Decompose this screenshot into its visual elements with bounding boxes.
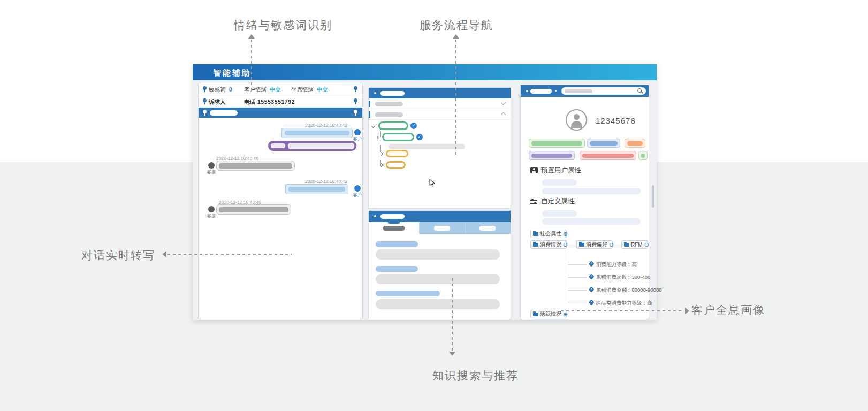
sentiment-row: 敏感词 0 客户情绪 中立 坐席情绪 中立: [199, 83, 362, 95]
flow-node-done[interactable]: [382, 133, 414, 141]
agent-message-bubble[interactable]: [216, 161, 295, 171]
page: 智能辅助 敏感词 0 客户情绪 中立 坐席情绪 中立 诉求人 电话 155535…: [0, 0, 868, 411]
social-attributes-node[interactable]: 社会属性 ⊕: [530, 230, 567, 238]
pin-icon: [203, 110, 207, 113]
flow-node-pending[interactable]: [386, 150, 408, 157]
active-label: 活跃情况: [540, 310, 561, 318]
preference-node[interactable]: 消费偏好 ⊖: [576, 240, 613, 249]
tag-icon: [588, 273, 594, 279]
profile-panel-title-placeholder: [530, 89, 552, 94]
consumption-tag: 消费能力等级：高: [596, 261, 637, 268]
result-title-placeholder[interactable]: [376, 241, 418, 247]
profile-tag-purple[interactable]: [529, 151, 575, 160]
flow-expanded-row[interactable]: [369, 109, 511, 120]
collapse-arrow-icon[interactable]: [379, 163, 383, 167]
annotation-knowledge: 知识搜索与推荐: [432, 368, 519, 383]
search-placeholder-bar: [565, 89, 592, 93]
sensitive-word-label: 敏感词: [209, 86, 226, 94]
knowledge-tab-active[interactable]: [369, 222, 419, 234]
arrow-up-icon: [453, 34, 459, 39]
header-dot-icon: [555, 90, 557, 92]
annotation-line-sentiment: [251, 40, 252, 93]
folder-icon: [624, 243, 629, 247]
customer-avatar-large: [566, 109, 587, 131]
result-title-placeholder[interactable]: [376, 266, 418, 272]
consumption-tag: 累积消费金额：80000-90000: [596, 287, 662, 294]
attribute-placeholder: [542, 218, 641, 225]
flow-row-label-placeholder: [375, 102, 403, 106]
profile-tag-orange[interactable]: [625, 139, 645, 148]
caller-row: 诉求人 电话 15553551792: [199, 95, 362, 108]
profile-search-input[interactable]: [561, 87, 646, 95]
customer-avatar: [354, 185, 361, 192]
knowledge-panel-title-placeholder: [380, 214, 405, 219]
row-accent: [369, 101, 370, 107]
arrow-left-icon: [162, 251, 166, 257]
profile-tag-green[interactable]: [529, 139, 585, 148]
expand-plus-icon[interactable]: ⊕: [563, 231, 568, 237]
message-time: 2020-12-12 16:40:42: [305, 123, 347, 128]
customer-message-bubble[interactable]: [285, 184, 348, 194]
chat-section-bar: [199, 108, 362, 118]
agent-avatar: [208, 162, 215, 169]
folder-icon: [533, 232, 538, 236]
social-label: 社会属性: [540, 230, 561, 238]
pin-icon: [354, 86, 357, 90]
folder-icon: [533, 313, 538, 316]
tree-connector: [613, 245, 621, 245]
caller-label: 诉求人: [209, 98, 226, 106]
profile-tag-green[interactable]: [638, 151, 648, 160]
tab-label-placeholder: [434, 226, 450, 231]
profile-tag-red[interactable]: [580, 151, 636, 160]
sensitive-word-count: 0: [229, 86, 232, 93]
agent-avatar: [208, 206, 215, 212]
rfm-node[interactable]: RFM ⊖: [621, 240, 648, 249]
message-time: 2020-12-12 16:40:42: [305, 179, 347, 184]
flow-panel-title-placeholder: [380, 91, 405, 96]
message-text-placeholder: [219, 163, 292, 169]
knowledge-tab[interactable]: [420, 222, 465, 234]
agent-message-bubble[interactable]: [216, 204, 291, 215]
attribute-placeholder: [542, 210, 577, 217]
check-badge-icon: [410, 123, 417, 129]
collapse-minus-icon[interactable]: ⊖: [644, 242, 649, 248]
profile-tag-blue[interactable]: [587, 139, 620, 148]
chevron-down-icon[interactable]: [501, 100, 506, 105]
annotation-sentiment: 情绪与敏感词识别: [234, 18, 332, 33]
knowledge-panel-header: [369, 211, 511, 222]
search-icon[interactable]: [637, 88, 642, 93]
annotation-line-transcription: [167, 254, 292, 255]
id-card-icon: [530, 167, 538, 173]
preference-label: 消费偏好: [586, 241, 607, 248]
annotation-line-service-flow: [455, 40, 456, 156]
flow-tree: [369, 120, 511, 208]
tree-connector: [567, 245, 576, 245]
pin-icon: [203, 86, 207, 90]
knowledge-panel: [368, 210, 511, 319]
tree-elbow: [568, 277, 587, 278]
chevron-up-icon[interactable]: [501, 112, 506, 118]
knowledge-tab[interactable]: [466, 222, 511, 234]
customer-emotion-value: 中立: [270, 86, 281, 94]
result-title-placeholder[interactable]: [376, 291, 440, 296]
expand-arrow-icon[interactable]: [371, 124, 375, 128]
tag-icon: [588, 299, 594, 305]
header-dot-icon: [526, 90, 528, 92]
transcription-panel: 敏感词 0 客户情绪 中立 坐席情绪 中立 诉求人 电话 15553551792: [198, 83, 363, 319]
annotation-transcription: 对话实时转写: [81, 248, 155, 263]
customer-message-bubble[interactable]: [281, 128, 353, 138]
expand-plus-icon[interactable]: ⊕: [563, 311, 568, 317]
agent-emotion-value: 中立: [317, 86, 328, 94]
consumption-node[interactable]: 消费情况 ⊖: [530, 240, 567, 249]
result-snippet-placeholder: [376, 299, 500, 309]
flow-node-done[interactable]: [378, 121, 408, 130]
flow-node-pending[interactable]: [386, 161, 406, 169]
consumption-label: 消费情况: [540, 241, 561, 248]
collapse-arrow-icon[interactable]: [375, 136, 379, 140]
flow-collapsed-row[interactable]: [369, 98, 511, 109]
scrollbar-thumb[interactable]: [652, 185, 654, 208]
highlighted-message-bubble[interactable]: [268, 141, 356, 151]
phone-label: 电话: [244, 98, 255, 106]
annotation-line-knowledge: [452, 278, 453, 351]
customer-role-label: 客户: [353, 192, 362, 198]
